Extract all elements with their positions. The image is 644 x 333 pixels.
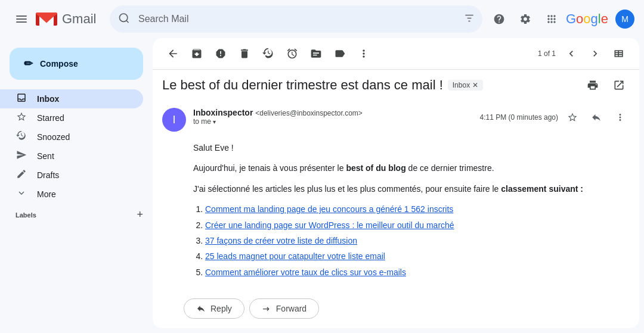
- more-time-button[interactable]: [281, 43, 303, 64]
- svg-rect-1: [16, 18, 27, 20]
- topbar-actions: Google M: [487, 7, 634, 31]
- article-link-3[interactable]: 37 façons de créer votre liste de diffus…: [205, 236, 357, 245]
- email-pane: 1 of 1 Le best of du dernier trimestre e…: [153, 38, 639, 328]
- back-button[interactable]: [162, 43, 184, 64]
- add-label-button[interactable]: +: [137, 208, 143, 221]
- compose-button[interactable]: ✏ Compose: [10, 48, 143, 80]
- intro-paragraph: Aujourd'hui, je tenais à vous présenter …: [193, 161, 630, 175]
- article-list: Comment ma landing page de jeu concours …: [193, 203, 630, 279]
- message-meta: 4:11 PM (0 minutes ago): [480, 108, 630, 127]
- inbox-badge: Inbox ✕: [448, 80, 483, 91]
- reply-label: Reply: [210, 304, 232, 313]
- hamburger-button[interactable]: [10, 7, 33, 31]
- snooze-button[interactable]: [258, 43, 279, 64]
- sidebar-item-starred[interactable]: Starred: [0, 108, 143, 127]
- inbox-icon: [16, 92, 27, 106]
- view-toggle-button[interactable]: [608, 43, 630, 64]
- email-subject: Le best of du dernier trimestre est dans…: [162, 77, 443, 93]
- pagination-info: 1 of 1: [538, 49, 556, 58]
- search-tune-button[interactable]: [463, 13, 475, 26]
- list-item: 25 leads magnet pour catapulter votre li…: [205, 250, 630, 263]
- svg-point-3: [120, 14, 128, 21]
- user-avatar[interactable]: M: [615, 10, 634, 29]
- list-item: 37 façons de créer votre liste de diffus…: [205, 234, 630, 247]
- more-icon: [16, 188, 27, 201]
- forward-label: Forward: [276, 304, 306, 313]
- search-icon: [118, 13, 130, 26]
- star-message-button[interactable]: [563, 108, 582, 127]
- sender-name: Inboxinspector: [193, 108, 253, 117]
- email-body: Salut Eve ! Aujourd'hui, je tenais à vou…: [162, 136, 630, 289]
- inbox-badge-label: Inbox: [453, 81, 470, 89]
- sidebar-item-snoozed[interactable]: Snoozed: [0, 127, 143, 147]
- help-button[interactable]: [487, 7, 511, 31]
- inbox-badge-close[interactable]: ✕: [472, 81, 478, 89]
- sidebar: ✏ Compose Inbox Starred Snoozed Sent: [0, 38, 153, 333]
- logo-area: Gmail: [10, 7, 105, 31]
- main-layout: ✏ Compose Inbox Starred Snoozed Sent: [0, 38, 644, 333]
- chevron-down-icon: ▾: [213, 119, 216, 125]
- sent-icon: [16, 150, 27, 163]
- svg-line-4: [126, 20, 129, 23]
- email-message: I Inboxinspector <deliveries@inboxinspec…: [153, 98, 639, 289]
- sidebar-item-label: Drafts: [37, 170, 59, 180]
- email-subject-bar: Le best of du dernier trimestre est dans…: [153, 70, 639, 98]
- label-button[interactable]: [329, 43, 351, 64]
- sender-info: Inboxinspector <deliveries@inboxinspecto…: [193, 108, 473, 126]
- more-options-button[interactable]: [353, 43, 374, 64]
- delete-button[interactable]: [234, 43, 255, 64]
- sidebar-item-sent[interactable]: Sent: [0, 147, 143, 166]
- sidebar-item-label: More: [37, 189, 56, 199]
- apps-button[interactable]: [540, 7, 564, 31]
- article-link-2[interactable]: Créer une landing page sur WordPress : l…: [205, 220, 454, 230]
- settings-button[interactable]: [513, 7, 537, 31]
- search-input[interactable]: [110, 5, 482, 33]
- to-me[interactable]: to me ▾: [193, 117, 473, 126]
- list-item: Comment améliorer votre taux de clics su…: [205, 266, 630, 279]
- google-logo: Google: [566, 11, 608, 27]
- email-toolbar: 1 of 1: [153, 38, 639, 70]
- list-item: Créer une landing page sur WordPress : l…: [205, 219, 630, 232]
- article-link-1[interactable]: Comment ma landing page de jeu concours …: [205, 204, 453, 214]
- sidebar-item-label: Inbox: [37, 94, 59, 104]
- sidebar-item-label: Starred: [37, 113, 64, 123]
- next-email-button[interactable]: [584, 43, 606, 64]
- prev-email-button[interactable]: [561, 43, 582, 64]
- gmail-logo: Gmail: [36, 11, 96, 27]
- sidebar-item-drafts[interactable]: Drafts: [0, 166, 143, 185]
- article-link-4[interactable]: 25 leads magnet pour catapulter votre li…: [205, 251, 385, 261]
- sender-email: <deliveries@inboxinspector.com>: [255, 109, 363, 117]
- open-in-new-button[interactable]: [608, 74, 630, 96]
- more-message-button[interactable]: [611, 108, 630, 127]
- list-item: Comment ma landing page de jeu concours …: [205, 203, 630, 216]
- reply-button[interactable]: Reply: [184, 298, 244, 319]
- labels-title: Labels: [16, 211, 36, 219]
- message-header: I Inboxinspector <deliveries@inboxinspec…: [162, 98, 630, 136]
- svg-rect-2: [16, 21, 27, 23]
- selection-paragraph: J'ai sélectionné les articles les plus l…: [193, 182, 630, 195]
- compose-icon: ✏: [24, 57, 33, 70]
- drafts-icon: [16, 169, 27, 182]
- greeting: Salut Eve !: [193, 141, 630, 154]
- move-button[interactable]: [305, 43, 327, 64]
- search-bar: [110, 5, 482, 33]
- print-button[interactable]: [582, 74, 603, 96]
- archive-button[interactable]: [186, 43, 208, 64]
- article-link-5[interactable]: Comment améliorer votre taux de clics su…: [205, 267, 406, 277]
- report-button[interactable]: [210, 43, 231, 64]
- sidebar-item-label: Sent: [37, 151, 54, 161]
- message-time: 4:11 PM (0 minutes ago): [480, 113, 558, 122]
- topbar: Gmail Google M: [0, 0, 644, 38]
- labels-section: Labels +: [0, 204, 153, 223]
- svg-rect-0: [16, 15, 27, 17]
- reply-bar: Reply Forward: [153, 289, 639, 328]
- compose-label: Compose: [40, 59, 78, 69]
- sidebar-item-inbox[interactable]: Inbox: [0, 89, 143, 108]
- sidebar-item-label: Snoozed: [37, 132, 70, 142]
- snoozed-icon: [16, 130, 27, 144]
- gmail-label: Gmail: [62, 11, 96, 27]
- forward-button[interactable]: Forward: [249, 298, 319, 319]
- reply-message-button[interactable]: [587, 108, 606, 127]
- sender-avatar: I: [162, 108, 186, 132]
- sidebar-item-more[interactable]: More: [0, 185, 143, 204]
